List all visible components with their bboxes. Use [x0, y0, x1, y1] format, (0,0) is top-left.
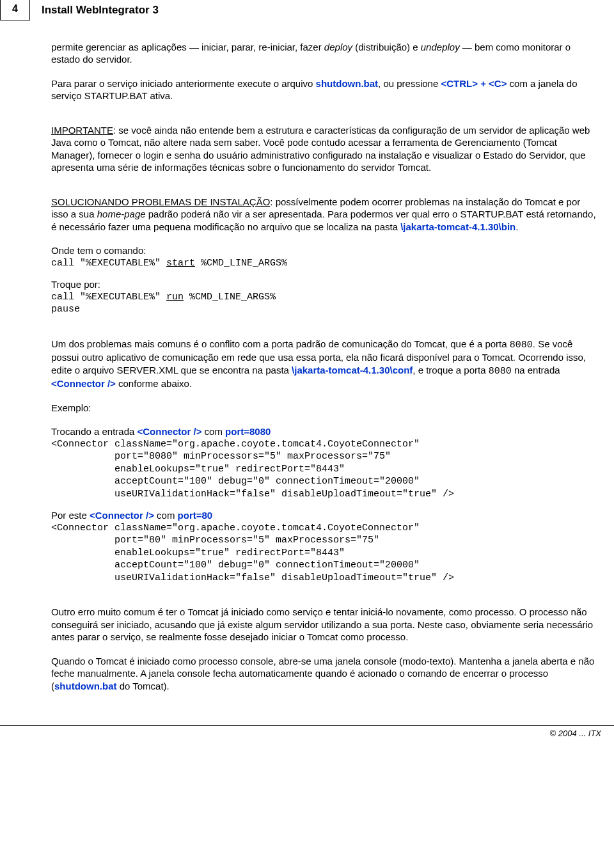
code-text: call "%EXECUTABLE%": [51, 292, 166, 303]
text: na entrada: [512, 365, 560, 375]
code-block-connector-80: <Connector className="org.apache.coyote.…: [51, 522, 597, 585]
text-keystroke: <CTRL> + <C>: [441, 78, 507, 89]
code-pause: pause: [51, 303, 597, 316]
text: Um dos problemas mais comuns é o conflit…: [51, 338, 510, 349]
code-inline: 8080: [489, 366, 512, 377]
header-row: 4 Install WebIntegrator 3: [0, 0, 614, 20]
paragraph-important: IMPORTANTE: se você ainda não entende be…: [51, 124, 597, 174]
text-path: \jakarta-tomcat-4.1.30\bin: [400, 221, 516, 232]
code-text: call "%EXECUTABLE%": [51, 258, 166, 269]
code-underline: start: [166, 258, 195, 269]
label-example: Exemplo:: [51, 402, 597, 414]
code-block-connector-8080: <Connector className="org.apache.coyote.…: [51, 438, 597, 501]
paragraph-port-conflict: Um dos problemas mais comuns é o conflit…: [51, 338, 597, 390]
label-important: IMPORTANTE: [51, 125, 113, 136]
text: Para parar o serviço iniciado anteriorme…: [51, 78, 316, 89]
text: .: [516, 221, 518, 232]
text-italic: undeploy: [421, 42, 460, 52]
code-text: %CMD_LINE_ARGS%: [184, 292, 276, 303]
footer-copyright: © 2004 ... ITX: [0, 726, 614, 743]
text: com: [201, 426, 225, 437]
text-port: port=8080: [225, 426, 271, 437]
text-tag: <Connector />: [90, 510, 154, 521]
text: , ou pressione: [378, 78, 441, 89]
text: : se você ainda não entende bem a estrut…: [51, 125, 590, 173]
code-text: %CMD_LINE_ARGS%: [195, 258, 287, 269]
paragraph-stop-service: Para parar o serviço iniciado anteriorme…: [51, 77, 597, 102]
text: do Tomcat).: [117, 681, 169, 691]
label-replace-8080: Trocando a entrada <Connector /> com por…: [51, 425, 597, 438]
text: Por este: [51, 510, 90, 521]
text-tag: <Connector />: [51, 378, 116, 389]
footer: © 2004 ... ITX: [0, 725, 614, 743]
label-troubleshoot: SOLUCIONANDO PROBLEMAS DE INSTALAÇÃO: [51, 196, 270, 207]
code-inline: 8080: [510, 340, 533, 351]
text: permite gerenciar as aplicações — inicia…: [51, 42, 324, 52]
text-italic: home-page: [97, 209, 146, 219]
document-body: permite gerenciar as aplicações — inicia…: [0, 41, 614, 693]
text-filename: shutdown.bat: [316, 78, 379, 89]
page-number: 4: [0, 0, 30, 20]
text: conforme abaixo.: [116, 378, 192, 389]
text-italic: deploy: [324, 42, 352, 52]
page-title: Install WebIntegrator 3: [42, 3, 159, 17]
paragraph-service-conflict: Outro erro muito comum é ter o Tomcat já…: [51, 606, 597, 643]
paragraph-intro: permite gerenciar as aplicações — inicia…: [51, 41, 597, 66]
code-underline: run: [166, 292, 184, 303]
paragraph-console-mode: Quando o Tomcat é iniciado como processo…: [51, 655, 597, 693]
code-block-run: call "%EXECUTABLE%" run %CMD_LINE_ARGS%: [51, 291, 597, 304]
label-replace-80: Por este <Connector /> com port=80: [51, 509, 597, 522]
code-block-start: call "%EXECUTABLE%" start %CMD_LINE_ARGS…: [51, 257, 597, 270]
text: (distribuição) e: [352, 42, 421, 52]
label-where-command: Onde tem o comando:: [51, 244, 597, 257]
paragraph-troubleshoot: SOLUCIONANDO PROBLEMAS DE INSTALAÇÃO: po…: [51, 196, 597, 233]
text-path: \jakarta-tomcat-4.1.30\conf: [292, 365, 413, 375]
text: Trocando a entrada: [51, 426, 138, 437]
text: , e troque a porta: [413, 365, 488, 375]
text-tag: <Connector />: [138, 426, 202, 437]
text: com: [154, 510, 178, 521]
text-filename: shutdown.bat: [54, 681, 117, 691]
label-replace-with: Troque por:: [51, 278, 597, 291]
text-port: port=80: [178, 510, 213, 521]
